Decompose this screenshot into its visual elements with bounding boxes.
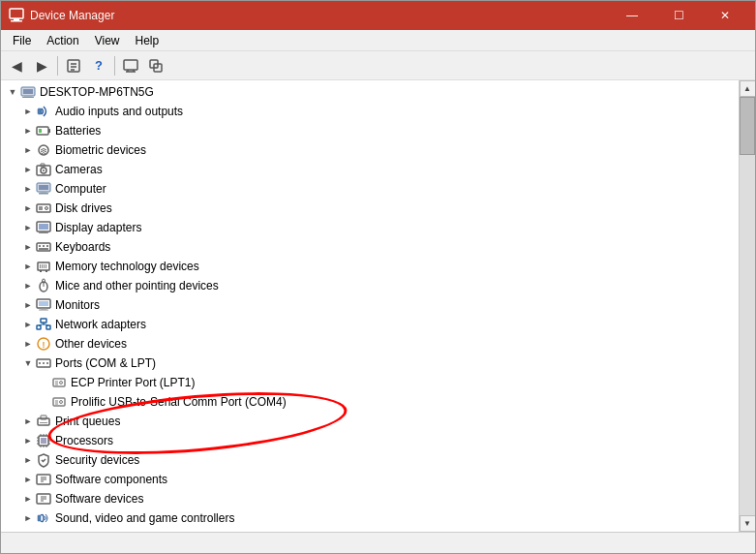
- title-bar-buttons: — ☐ ✕: [610, 1, 747, 30]
- tree-item-audio[interactable]: ► Audio inputs and outputs: [1, 102, 739, 121]
- storage-expander[interactable]: ►: [20, 530, 36, 532]
- tree-item-monitors[interactable]: ► Monitors: [1, 295, 739, 315]
- svg-point-33: [46, 208, 47, 209]
- monitors-expander[interactable]: ►: [20, 297, 36, 313]
- tree-item-security[interactable]: ► Security devices: [1, 450, 739, 470]
- memory-expander[interactable]: ►: [20, 259, 36, 274]
- maximize-button[interactable]: ☐: [656, 1, 701, 30]
- svg-point-72: [61, 383, 62, 384]
- scroll-down-arrow[interactable]: ▼: [740, 515, 756, 532]
- softdev-icon: [36, 491, 51, 507]
- back-button[interactable]: ◀: [5, 54, 28, 77]
- tree-item-ports[interactable]: ▼ Ports (COM & LPT): [1, 354, 739, 373]
- scroll-up-arrow[interactable]: ▲: [740, 80, 756, 97]
- network-icon: [36, 317, 51, 332]
- com4-icon: [51, 394, 67, 410]
- forward-button[interactable]: ▶: [30, 54, 53, 77]
- menu-view[interactable]: View: [87, 32, 128, 49]
- help-button[interactable]: ?: [87, 54, 110, 77]
- sound-expander[interactable]: ►: [20, 510, 36, 526]
- vertical-scrollbar[interactable]: ▲ ▼: [739, 80, 755, 532]
- tree-item-sound[interactable]: ► Sound, video and game controllers: [1, 508, 739, 528]
- tree-item-biometric[interactable]: ► Biometric devices: [1, 140, 739, 160]
- scroll-track[interactable]: [740, 97, 755, 515]
- tree-item-keyboards[interactable]: ► Keyboards: [1, 237, 739, 257]
- menu-action[interactable]: Action: [39, 32, 86, 49]
- properties-button[interactable]: [62, 54, 85, 77]
- tree-item-other[interactable]: ► ! Other devices: [1, 334, 739, 354]
- svg-rect-18: [37, 127, 48, 135]
- svg-rect-1: [14, 18, 19, 20]
- softcomp-icon: [36, 472, 51, 487]
- tree-item-lpt1[interactable]: ► ECP Printer Port (LPT1): [1, 373, 739, 392]
- tree-item-computer[interactable]: ► Computer: [1, 179, 739, 199]
- biometric-expander[interactable]: ►: [20, 142, 36, 158]
- menu-bar: File Action View Help: [1, 30, 755, 51]
- softcomp-expander[interactable]: ►: [20, 472, 36, 487]
- other-expander[interactable]: ►: [20, 336, 36, 352]
- disk-label: Disk drives: [55, 201, 112, 215]
- audio-label: Audio inputs and outputs: [55, 105, 183, 118]
- tree-item-disk[interactable]: ► Disk drives: [1, 199, 739, 218]
- batteries-expander[interactable]: ►: [20, 123, 36, 138]
- minimize-button[interactable]: —: [610, 1, 654, 30]
- svg-rect-44: [40, 264, 41, 268]
- svg-rect-0: [10, 9, 23, 18]
- svg-point-25: [43, 169, 45, 171]
- root-icon: [20, 84, 36, 100]
- network-label: Network adapters: [55, 318, 146, 331]
- close-button[interactable]: ✕: [703, 1, 747, 30]
- disk-expander[interactable]: ►: [20, 200, 36, 216]
- menu-file[interactable]: File: [5, 32, 39, 49]
- svg-rect-41: [46, 245, 48, 247]
- audio-icon: [36, 104, 51, 119]
- processors-expander[interactable]: ►: [20, 433, 36, 448]
- svg-rect-48: [40, 270, 42, 272]
- computer-label: Computer: [55, 182, 106, 196]
- security-label: Security devices: [55, 453, 139, 467]
- security-expander[interactable]: ►: [20, 452, 36, 468]
- tree-item-softcomp[interactable]: ► Software components: [1, 470, 739, 489]
- tree-root[interactable]: ▼ DESKTOP-MP6TN5G: [1, 82, 739, 102]
- printq-expander[interactable]: ►: [20, 414, 36, 429]
- audio-expander[interactable]: ►: [20, 104, 36, 119]
- title-bar: Device Manager — ☐ ✕: [1, 1, 755, 30]
- batteries-icon: [36, 123, 51, 138]
- tree-item-storage[interactable]: ► Storage controllers: [1, 528, 739, 532]
- softdev-label: Software devices: [55, 492, 143, 506]
- computer-expander[interactable]: ►: [20, 181, 36, 197]
- network-expander[interactable]: ►: [20, 317, 36, 332]
- update-driver-button[interactable]: [119, 54, 142, 77]
- title-bar-icon: [9, 8, 24, 23]
- svg-point-68: [46, 362, 48, 364]
- monitors-label: Monitors: [55, 298, 100, 312]
- tree-item-softdev[interactable]: ► Software devices: [1, 489, 739, 508]
- svg-rect-19: [48, 129, 50, 133]
- svg-rect-20: [39, 129, 42, 133]
- softdev-expander[interactable]: ►: [20, 491, 36, 507]
- tree-pane[interactable]: ▼ DESKTOP-MP6TN5G ►: [1, 80, 739, 532]
- tree-item-cameras[interactable]: ► Cameras: [1, 160, 739, 179]
- svg-rect-39: [39, 245, 41, 247]
- display-expander[interactable]: ►: [20, 220, 36, 235]
- svg-rect-31: [39, 206, 43, 210]
- root-expander[interactable]: ▼: [5, 84, 20, 100]
- scroll-thumb[interactable]: [740, 97, 755, 155]
- keyboards-expander[interactable]: ►: [20, 239, 36, 255]
- tree-item-com4[interactable]: ► Prolific USB-to-Serial Comm Port (COM4…: [1, 392, 739, 412]
- cameras-expander[interactable]: ►: [20, 162, 36, 177]
- tree-item-batteries[interactable]: ► Batteries: [1, 121, 739, 140]
- ports-expander[interactable]: ▼: [20, 355, 36, 371]
- tree-item-printq[interactable]: ► Print queues: [1, 412, 739, 431]
- tree-item-display[interactable]: ► Display adapters: [1, 218, 739, 237]
- svg-rect-47: [45, 264, 46, 268]
- mice-expander[interactable]: ►: [20, 278, 36, 293]
- ports-label: Ports (COM & LPT): [55, 356, 156, 370]
- tree-item-mice[interactable]: ► Mice and other pointing devices: [1, 276, 739, 295]
- menu-help[interactable]: Help: [128, 32, 167, 49]
- scan-button[interactable]: [144, 54, 167, 77]
- tree-item-network[interactable]: ► Network adapters: [1, 315, 739, 334]
- printq-label: Print queues: [55, 415, 120, 428]
- tree-item-memory[interactable]: ► Memory technology devices: [1, 257, 739, 276]
- tree-item-processors[interactable]: ►: [1, 431, 739, 450]
